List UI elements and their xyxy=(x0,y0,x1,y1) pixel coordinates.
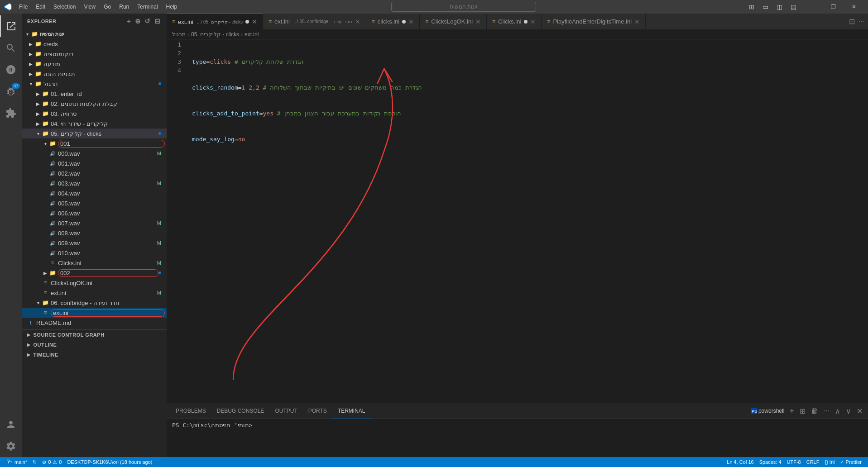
terminal-tab-problems[interactable]: PROBLEMS xyxy=(170,403,211,419)
status-prettier[interactable]: ✓ Prettier xyxy=(837,457,864,467)
minimize-button[interactable]: — xyxy=(802,0,823,14)
status-spaces[interactable]: Spaces: 4 xyxy=(757,457,784,467)
sidebar-item-clicks-ini[interactable]: ≡ Clicks.ini M xyxy=(22,258,167,268)
sidebar-item-practice[interactable]: ▾ 📁 תרגול xyxy=(22,79,167,89)
sidebar-item-modaa[interactable]: ▶ 📁 מודעה xyxy=(22,59,167,69)
sidebar-item-04[interactable]: ▶ 📁 04. קליקרים - שידור חי xyxy=(22,119,167,129)
status-language[interactable]: {} Ini xyxy=(822,457,837,467)
tab-clicks-ini-2[interactable]: ≡ Clicks.ini ✕ xyxy=(487,14,542,29)
menu-go[interactable]: Go xyxy=(100,3,115,11)
code-content[interactable]: type=clicks # הגדרת שלוחת קליקרים clicks… xyxy=(185,39,868,403)
menu-terminal[interactable]: Terminal xyxy=(134,3,161,11)
more-icon[interactable]: ··· xyxy=(822,405,831,417)
terminal-tab-terminal[interactable]: TERMINAL xyxy=(332,403,371,419)
account-activity-icon[interactable] xyxy=(0,414,22,435)
sidebar-item-05-clicks[interactable]: ▾ 📁 05. קליקרים - clicks xyxy=(22,129,167,138)
sidebar-item-000wav[interactable]: 🔊 000.wav M xyxy=(22,148,167,158)
sidebar-item-workspace[interactable]: ▾ 📁 יונות המשיח xyxy=(22,29,167,39)
sidebar-item-creds[interactable]: ▶ 📁 creds xyxy=(22,39,167,49)
tab-clicks-ini[interactable]: ≡ clicks.ini ✕ xyxy=(366,14,420,29)
tab-close-button[interactable]: ✕ xyxy=(355,18,360,25)
new-folder-icon[interactable]: ⊕ xyxy=(134,16,142,26)
code-editor[interactable]: 1 2 3 4 type=clicks # הגדרת שלוחת קליקרי… xyxy=(167,39,868,403)
menu-file[interactable]: File xyxy=(15,3,31,11)
split-editor-icon[interactable]: ⊡ xyxy=(847,15,857,28)
menu-view[interactable]: View xyxy=(80,3,99,11)
sidebar-item-readme[interactable]: ℹ README.md xyxy=(22,318,167,328)
terminal-content[interactable]: PS C:\misc\תומי' חזיסמה> xyxy=(167,419,868,457)
sidebar-item-03[interactable]: ▶ 📁 03. סרוויה xyxy=(22,109,167,119)
status-sync[interactable]: ↻ xyxy=(30,457,39,467)
terminal-tab-output[interactable]: OUTPUT xyxy=(269,403,302,419)
tab-close-button[interactable]: ✕ xyxy=(475,18,481,25)
sidebar-item-documentation[interactable]: ▶ 📁 דוקומנטציה xyxy=(22,49,167,59)
trash-icon[interactable]: 🗑 xyxy=(809,405,820,417)
explorer-activity-icon[interactable] xyxy=(0,15,22,37)
sidebar-item-005wav[interactable]: 🔊 005.wav xyxy=(22,198,167,208)
split-terminal-icon[interactable]: ⊞ xyxy=(798,405,807,417)
sidebar-section-outline[interactable]: ▶ OUTLINE xyxy=(22,340,167,350)
status-eol[interactable]: CRLF xyxy=(804,457,822,467)
search-activity-icon[interactable] xyxy=(0,37,22,59)
extensions-activity-icon[interactable] xyxy=(0,102,22,124)
sidebar-item-ext-ini-06[interactable]: ≡ ext.ini xyxy=(22,308,167,318)
refresh-icon[interactable]: ↺ xyxy=(144,16,152,26)
sidebar-item-008wav[interactable]: 🔊 008.wav xyxy=(22,228,167,238)
layout2-icon[interactable]: ▤ xyxy=(788,2,799,11)
status-errors[interactable]: ⊘ 0 ⚠ 0 xyxy=(39,457,64,467)
collapse-all-icon[interactable]: ⊟ xyxy=(153,16,162,26)
status-branch[interactable]: main* xyxy=(4,457,30,467)
breadcrumb-extini[interactable]: ext.ini xyxy=(245,31,259,38)
sidebar-item-007wav[interactable]: 🔊 007.wav M xyxy=(22,218,167,228)
tab-close-button[interactable]: ✕ xyxy=(530,18,536,25)
debug-activity-icon[interactable]: 37 xyxy=(0,81,22,102)
terminal-tab-ports[interactable]: PORTS xyxy=(303,403,332,419)
sidebar-item-001wav[interactable]: 🔊 001.wav xyxy=(22,158,167,168)
sidebar-icon[interactable]: ◫ xyxy=(774,2,785,11)
settings-activity-icon[interactable] xyxy=(0,435,22,457)
tab-clickslogok[interactable]: ≡ ClicksLogOK.ini ✕ xyxy=(420,14,487,29)
breadcrumb-05[interactable]: 05. קליקרים - clicks xyxy=(191,31,239,38)
tab-close-button[interactable]: ✕ xyxy=(252,18,257,25)
tab-playfile[interactable]: ≡ PlayfileAndEnterDigitsTime.ini ✕ xyxy=(542,14,646,29)
sidebar-item-001-folder[interactable]: ▾ 📁 001 xyxy=(22,138,167,148)
sidebar-item-009wav[interactable]: 🔊 009.wav M xyxy=(22,238,167,248)
sidebar-item-ext-ini-05[interactable]: ≡ ext.ini M xyxy=(22,288,167,298)
terminal-tab-debug[interactable]: DEBUG CONSOLE xyxy=(211,403,270,419)
sidebar-item-010wav[interactable]: 🔊 010.wav xyxy=(22,248,167,258)
tab-ext-ini-conf[interactable]: ≡ ext.ini ...\ 06. confbridge - חדר ועיד… xyxy=(263,14,366,29)
sidebar-item-004wav[interactable]: 🔊 004.wav xyxy=(22,188,167,198)
more-tabs-icon[interactable]: ··· xyxy=(857,16,866,28)
tab-close-button[interactable]: ✕ xyxy=(408,18,414,25)
add-terminal-icon[interactable]: + xyxy=(788,405,796,417)
new-file-icon[interactable]: + xyxy=(126,16,132,26)
sidebar-item-002-folder[interactable]: ▶ 📁 002 xyxy=(22,268,167,278)
sidebar-item-01[interactable]: ▶ 📁 01. enter_id xyxy=(22,89,167,99)
maximize-button[interactable]: ❐ xyxy=(823,0,844,14)
close-button[interactable]: ✕ xyxy=(844,0,864,14)
tab-ext-ini-clicks[interactable]: ≡ ext.ini ...\ 05. קליקרים - clicks ✕ xyxy=(167,14,263,29)
sidebar-section-source-control[interactable]: ▶ SOURCE CONTROL GRAPH xyxy=(22,330,167,340)
sidebar-item-002wav[interactable]: 🔊 002.wav xyxy=(22,168,167,178)
sidebar-section-timeline[interactable]: ▶ TIMELINE xyxy=(22,350,167,360)
close-panel-icon[interactable]: ✕ xyxy=(855,405,864,417)
chevron-down-icon[interactable]: ∨ xyxy=(844,405,853,417)
status-position[interactable]: Ln 4, Col 16 xyxy=(724,457,756,467)
sidebar-item-02[interactable]: ▶ 📁 02. קבלת הקלטות ונתונים xyxy=(22,99,167,109)
sidebar-item-templates[interactable]: ▶ 📁 תבניות הזנה xyxy=(22,69,167,79)
sidebar-item-06-confbridge[interactable]: ▾ 📁 06. confbridge - חדר ועידה xyxy=(22,298,167,308)
menu-edit[interactable]: Edit xyxy=(32,3,49,11)
status-host[interactable]: DESKTOP-SK1K6U\ori (18 hours ago) xyxy=(64,457,155,467)
chevron-up-icon[interactable]: ∧ xyxy=(833,405,842,417)
status-encoding[interactable]: UTF-8 xyxy=(784,457,804,467)
panel-icon[interactable]: ▭ xyxy=(760,2,771,11)
title-search-input[interactable] xyxy=(391,2,536,12)
menu-run[interactable]: Run xyxy=(115,3,133,11)
sidebar-item-clickslogok[interactable]: ≡ ClicksLogOK.ini xyxy=(22,278,167,288)
git-activity-icon[interactable] xyxy=(0,59,22,81)
layout-icon[interactable]: ⊞ xyxy=(746,2,757,11)
menu-selection[interactable]: Selection xyxy=(50,3,79,11)
sidebar-item-003wav[interactable]: 🔊 003.wav M xyxy=(22,178,167,188)
sidebar-item-006wav[interactable]: 🔊 006.wav xyxy=(22,208,167,218)
breadcrumb-practice[interactable]: תרגול xyxy=(172,31,186,38)
